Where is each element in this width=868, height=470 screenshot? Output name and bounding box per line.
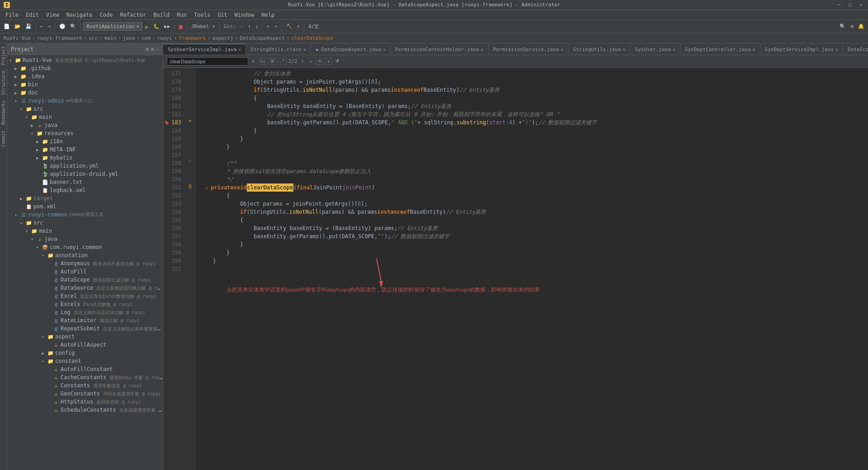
project-collapse-icon[interactable]: −	[156, 46, 159, 52]
toolbar-save[interactable]: 💾	[24, 23, 33, 30]
tree-pom[interactable]: ▶ 📋 pom.xml	[7, 202, 163, 211]
tree-common-main[interactable]: ▾ 📁 main	[7, 227, 163, 235]
tree-httpstatus[interactable]: ▶ ☕ HttpStatus 返回状态码 @ ruoyi	[7, 398, 163, 406]
menu-run[interactable]: Run	[173, 11, 190, 19]
tree-common-java[interactable]: ▾ ☕ java	[7, 235, 163, 243]
menu-window[interactable]: Window	[231, 11, 258, 19]
toolbar-search-everywhere[interactable]: 🔍	[68, 23, 78, 30]
minimize-button[interactable]: ─	[835, 1, 843, 9]
menu-git[interactable]: Git	[214, 11, 231, 19]
menu-help[interactable]: Help	[258, 11, 278, 19]
search-regex-btn[interactable]: .*	[278, 58, 287, 65]
gutter-fold-188[interactable]: ⊟	[189, 159, 191, 164]
run-coverage-button[interactable]: ▶▶	[162, 23, 172, 30]
tree-mybatis[interactable]: ▶ 📁 mybatis	[7, 154, 163, 162]
git-push[interactable]: ↓	[254, 23, 260, 30]
tab-stringutils-class[interactable]: StringUtils.class ✕	[246, 44, 311, 55]
tab-permissionservice[interactable]: PermissionService.java ✕	[489, 44, 569, 55]
tab-close[interactable]: ✕	[303, 47, 306, 52]
tree-genconstants[interactable]: ▶ ☕ GenConstants 代码生成通用常量 @ ruoyi	[7, 390, 163, 398]
tab-close[interactable]: ✕	[481, 47, 484, 52]
undo-btn[interactable]: ↶	[265, 23, 272, 30]
search-prev-btn[interactable]: ↑	[299, 57, 306, 65]
tree-admin-java[interactable]: ▶ ☕ java	[7, 121, 163, 129]
tab-close[interactable]: ✕	[673, 47, 675, 52]
code-content[interactable]: // 拿到实体类 Object params = joinPoint.getAr…	[196, 68, 868, 470]
tree-com-ruoyi-common[interactable]: ▾ 📦 com.ruoyi.common	[7, 243, 163, 251]
search-everywhere[interactable]: 🔍	[838, 23, 848, 30]
menu-file[interactable]: File	[2, 11, 22, 19]
tab-close[interactable]: ✕	[383, 47, 386, 52]
tree-resources[interactable]: ▾ 📁 resources	[7, 129, 163, 137]
toolbar-open[interactable]: 📂	[13, 23, 23, 30]
git-ok[interactable]: ✓	[238, 23, 245, 30]
settings-btn[interactable]: ⚙	[849, 23, 855, 30]
search-case-btn[interactable]: Cc	[259, 58, 268, 65]
breadcrumb-java[interactable]: java	[123, 35, 135, 41]
tree-ratelimiter-ann[interactable]: ▶ @ RateLimiter 限流注解 @ ruoyi	[7, 316, 163, 324]
tree-doc[interactable]: ▶ 📁 doc	[7, 89, 163, 97]
tree-i18n[interactable]: ▶ 📁 i18n	[7, 137, 163, 146]
tab-datascope[interactable]: DataScope.java ✕	[843, 44, 868, 55]
redo-btn[interactable]: ↷	[273, 23, 279, 30]
menu-tools[interactable]: Tools	[190, 11, 214, 19]
tab-sysuserserviceimpl[interactable]: SysUserServiceImpl.java ✕	[163, 44, 246, 55]
breadcrumb-cleardatascope[interactable]: clearDataScope	[291, 35, 333, 41]
run-config-dropdown[interactable]: RuoYiApplication ▾	[83, 22, 142, 31]
breadcrumb-framework-2[interactable]: framework	[179, 35, 206, 41]
toolbar-recent[interactable]: 🕐	[57, 23, 67, 30]
gutter-182[interactable]	[185, 108, 195, 117]
breadcrumb-datascopeaspect[interactable]: DataScopeAspect	[240, 35, 284, 41]
breadcrumb-com[interactable]: com	[142, 35, 151, 41]
tree-datascope-ann[interactable]: ▶ @ DataScope 数据权限过滤注解 @ ruoyi	[7, 276, 163, 284]
debug-button[interactable]: 🐛	[151, 23, 161, 30]
tree-logback[interactable]: ▶ 📋 logback.xml	[7, 186, 163, 194]
structure-label[interactable]: Structure	[0, 68, 7, 98]
maximize-button[interactable]: □	[846, 1, 854, 9]
tab-sysdeptcontroller[interactable]: SysDeptController.java ✕	[680, 44, 760, 55]
tree-root[interactable]: ▾ 📁 RuoYi-Vue 若依管理系统 E:\gitRepos2\RuoYi-…	[7, 56, 163, 64]
tree-log-ann[interactable]: ▶ @ Log 自定义操作日志记录注解 @ ruoyi	[7, 308, 163, 316]
tree-datasource-ann[interactable]: ▶ @ DataSource 自定义多数据源切换注解 @ ruoyi...	[7, 284, 163, 292]
tree-ruoyi-common[interactable]: ▾ ☰ ruoyi-common common通用工具	[7, 211, 163, 219]
tab-stringutils-java[interactable]: StringUtils.java ✕	[568, 44, 630, 55]
tree-application-yml[interactable]: ▶ 🍃 application.yml	[7, 162, 163, 170]
breadcrumb-framework[interactable]: ruoyi-framework	[37, 35, 82, 41]
search-wrap-btn[interactable]: ⟲	[316, 58, 323, 65]
tree-application-druid-yml[interactable]: ▶ 🍃 application-druid.yml	[7, 170, 163, 178]
tree-common-src[interactable]: ▾ 📁 src	[7, 219, 163, 227]
tree-excel-ann[interactable]: ▶ @ Excel 自定义导出Excel数据注解 @ ruoyi	[7, 292, 163, 300]
tree-cacheconstants[interactable]: ▶ ☕ CacheConstants 缓存的key 常量 @ ruoyi	[7, 373, 163, 381]
breadcrumb-aspectj[interactable]: aspectj	[212, 35, 233, 41]
translate-btn[interactable]: A/文	[307, 22, 321, 31]
toolbar-back[interactable]: ←	[38, 23, 45, 30]
menu-build[interactable]: Build	[150, 11, 173, 19]
project-gear-icon[interactable]: ≡	[151, 46, 154, 52]
project-tool-label[interactable]: Project	[0, 43, 7, 68]
tab-close[interactable]: ✕	[835, 47, 838, 52]
tree-autofill-ann[interactable]: ▶ @ AutoFill	[7, 268, 163, 276]
search-word-btn[interactable]: W	[269, 58, 276, 65]
tree-admin-src[interactable]: ▾ 📁 src	[7, 105, 163, 113]
tree-target[interactable]: ▶ 📁 target	[7, 194, 163, 202]
tree-repeatsubmit-ann[interactable]: ▶ @ RepeatSubmit 自定义注解防止表单重复提交 @...	[7, 324, 163, 333]
tree-idea[interactable]: ▶ 📁 .idea	[7, 72, 163, 80]
tree-autofilllconstant[interactable]: ▶ ☕ AutoFillConstant	[7, 365, 163, 373]
tree-scheduleconstants[interactable]: ▶ ☕ ScheduleConstants 任务调度通用常量 @ ruoyi	[7, 406, 163, 414]
search-input[interactable]	[167, 57, 248, 66]
search-next-btn[interactable]: ↓	[307, 57, 314, 65]
tree-excels-ann[interactable]: ▶ @ Excels Excel注解集 @ ruoyi	[7, 300, 163, 308]
tree-metainf[interactable]: ▶ 📁 META-INF	[7, 146, 163, 154]
tab-sysuser[interactable]: SysUser.java ✕	[630, 44, 680, 55]
search-clear-icon[interactable]: ✕	[250, 57, 257, 65]
search-filter-btn[interactable]: ⧩	[333, 57, 341, 65]
breadcrumb-main[interactable]: main	[104, 35, 117, 41]
tab-close[interactable]: ✕	[753, 47, 755, 52]
tree-constant-folder[interactable]: ▾ 📁 constant	[7, 357, 163, 365]
menu-view[interactable]: View	[42, 11, 63, 19]
menu-edit[interactable]: Edit	[22, 11, 42, 19]
toolbar-forward[interactable]: →	[46, 23, 53, 30]
breadcrumb-ruoyi[interactable]: ruoyi	[157, 35, 172, 41]
bookmarks-label[interactable]: Bookmarks	[0, 98, 7, 127]
tab-close[interactable]: ✕	[238, 47, 241, 52]
